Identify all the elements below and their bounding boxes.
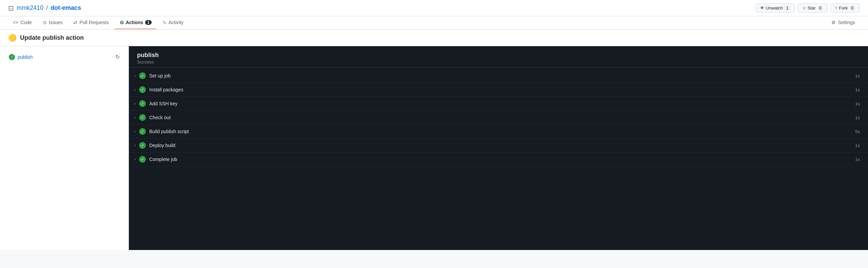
step-success-icon: ✓	[139, 128, 146, 135]
sidebar: ✓ publish ↻	[0, 46, 129, 250]
issues-icon: ⊙	[43, 20, 47, 25]
sidebar-job-publish[interactable]: ✓ publish ↻	[5, 52, 123, 62]
top-bar: ⊡ mmk2410 / dot-emacs 👁 Unwatch 1 ☆ Star…	[0, 0, 868, 16]
step-duration: 1s	[855, 101, 860, 106]
sidebar-job-left: ✓ publish	[9, 54, 33, 60]
tab-code[interactable]: <> Code	[8, 16, 37, 29]
step-success-icon: ✓	[139, 72, 146, 79]
job-header-title: publish	[137, 52, 860, 59]
step-duration: 1s	[855, 143, 860, 148]
star-icon: ☆	[802, 5, 806, 11]
star-button[interactable]: ☆ Star 0	[798, 3, 828, 13]
step-left: › ✓ Deploy build	[134, 142, 175, 149]
step-name: Set up job	[149, 73, 171, 78]
step-install-packages[interactable]: › ✓ Install packages 1s	[129, 83, 868, 97]
tab-pull-requests[interactable]: ⇄ Pull Requests	[69, 16, 113, 29]
repo-name-link[interactable]: dot-emacs	[51, 4, 81, 12]
step-setup-job[interactable]: › ✓ Set up job 1s	[129, 69, 868, 83]
step-duration: 5s	[855, 129, 860, 134]
step-chevron-icon: ›	[134, 73, 136, 78]
top-actions: 👁 Unwatch 1 ☆ Star 0 ⑂ Fork 0	[756, 3, 860, 13]
step-chevron-icon: ›	[134, 115, 136, 120]
tab-actions[interactable]: ⊙ Actions 1	[115, 16, 156, 29]
step-success-icon: ✓	[139, 86, 146, 93]
job-detail-panel: publish Success › ✓ Set up job 1s ›	[129, 46, 868, 250]
fork-button[interactable]: ⑂ Fork 0	[830, 3, 860, 13]
step-left: › ✓ Build publish script	[134, 128, 189, 135]
tab-issues-label: Issues	[49, 20, 62, 25]
fork-icon: ⑂	[835, 5, 837, 11]
step-chevron-icon: ›	[134, 129, 136, 134]
step-duration: 1s	[855, 73, 860, 78]
step-left: › ✓ Install packages	[134, 86, 183, 93]
repo-icon: ⊡	[8, 4, 14, 12]
unwatch-label: Unwatch	[766, 5, 783, 11]
step-chevron-icon: ›	[134, 143, 136, 148]
tab-activity-label: Activity	[169, 20, 184, 25]
main-layout: ✓ publish ↻ publish Success › ✓ Set up j…	[0, 46, 868, 250]
unwatch-button[interactable]: 👁 Unwatch 1	[756, 3, 795, 13]
activity-icon: ∿	[162, 20, 167, 25]
refresh-icon[interactable]: ↻	[115, 54, 120, 60]
sidebar-job-name: publish	[18, 54, 33, 60]
star-count: 0	[817, 6, 824, 11]
code-icon: <>	[13, 20, 18, 25]
step-name: Install packages	[149, 87, 183, 92]
step-add-ssh-key[interactable]: › ✓ Add SSH key 1s	[129, 97, 868, 111]
step-chevron-icon: ›	[134, 87, 136, 92]
tab-settings[interactable]: ⚙ Settings	[827, 16, 860, 29]
step-list: › ✓ Set up job 1s › ✓ Install packages 1…	[129, 68, 868, 168]
tab-pull-requests-label: Pull Requests	[79, 20, 109, 25]
job-header: publish Success	[129, 46, 868, 68]
step-build-publish-script[interactable]: › ✓ Build publish script 5s	[129, 125, 868, 139]
tab-activity[interactable]: ∿ Activity	[158, 16, 188, 29]
step-name: Deploy build	[149, 143, 175, 148]
tab-settings-label: Settings	[838, 20, 855, 25]
step-chevron-icon: ›	[134, 157, 136, 162]
fork-label: Fork	[839, 5, 848, 11]
step-name: Complete job	[149, 157, 177, 162]
step-deploy-build[interactable]: › ✓ Deploy build 1s	[129, 139, 868, 153]
step-name: Add SSH key	[149, 101, 177, 106]
page-content: 🟡 Update publish action ✓ publish ↻ publ…	[0, 30, 868, 250]
settings-icon: ⚙	[831, 20, 836, 25]
step-duration: 1s	[855, 87, 860, 92]
actions-badge: 1	[145, 20, 152, 25]
step-chevron-icon: ›	[134, 101, 136, 106]
unwatch-count: 1	[784, 6, 791, 11]
step-success-icon: ✓	[139, 156, 146, 163]
workflow-title-bar: 🟡 Update publish action	[0, 30, 868, 46]
actions-icon: ⊙	[120, 20, 124, 25]
nav-tabs: <> Code ⊙ Issues ⇄ Pull Requests ⊙ Actio…	[0, 16, 868, 30]
tab-actions-label: Actions	[126, 20, 143, 25]
step-name: Check out	[149, 115, 171, 120]
repo-separator: /	[46, 4, 48, 12]
step-name: Build publish script	[149, 129, 189, 134]
job-header-status: Success	[137, 59, 860, 65]
unwatch-icon: 👁	[760, 5, 765, 11]
step-success-icon: ✓	[139, 114, 146, 121]
job-success-icon: ✓	[9, 54, 15, 60]
pull-requests-icon: ⇄	[73, 20, 77, 25]
workflow-status-icon: 🟡	[8, 34, 17, 42]
repo-owner-link[interactable]: mmk2410	[17, 4, 43, 12]
step-left: › ✓ Set up job	[134, 72, 171, 79]
step-left: › ✓ Add SSH key	[134, 100, 177, 107]
workflow-title: Update publish action	[20, 34, 84, 41]
step-left: › ✓ Check out	[134, 114, 171, 121]
tab-issues[interactable]: ⊙ Issues	[38, 16, 67, 29]
step-success-icon: ✓	[139, 100, 146, 107]
step-success-icon: ✓	[139, 142, 146, 149]
step-duration: 1s	[855, 157, 860, 162]
tab-code-label: Code	[20, 20, 32, 25]
step-left: › ✓ Complete job	[134, 156, 177, 163]
fork-count: 0	[849, 6, 855, 11]
star-label: Star	[808, 5, 816, 11]
repo-title: ⊡ mmk2410 / dot-emacs	[8, 4, 81, 12]
step-complete-job[interactable]: › ✓ Complete job 1s	[129, 153, 868, 166]
step-duration: 1s	[855, 115, 860, 120]
step-check-out[interactable]: › ✓ Check out 1s	[129, 111, 868, 125]
